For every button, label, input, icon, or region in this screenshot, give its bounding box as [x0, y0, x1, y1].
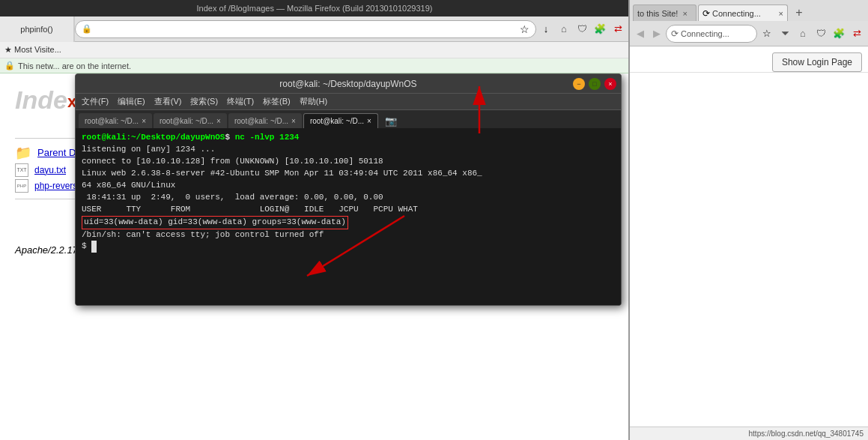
output-line-4: 64 x86_64 GNU/Linux: [82, 180, 615, 192]
show-login-button[interactable]: Show Login Page: [772, 52, 862, 72]
ff-addr-text: Connecting...: [681, 29, 729, 38]
term-tab-3-label: root@kali: ~/D...: [234, 117, 288, 125]
menu-terminal[interactable]: 终端(T): [227, 96, 254, 107]
ff-addr-spinner: ⟳: [671, 28, 679, 39]
terminal-tabs-bar: root@kali: ~/D... × root@kali: ~/D... × …: [76, 110, 621, 128]
term-tab-3[interactable]: root@kali: ~/D... ×: [228, 113, 302, 128]
sync-icon[interactable]: ⇄: [610, 21, 626, 37]
tosite-tab[interactable]: to this Site! ×: [633, 4, 696, 21]
ff-home-btn[interactable]: ⌂: [795, 25, 811, 42]
most-visited-label[interactable]: ★ Most Visite...: [4, 45, 61, 55]
txt-file-icon: TXT: [15, 163, 28, 177]
show-login-container: Show Login Page: [630, 46, 868, 73]
security-bar: 🔒 This netw... are on the internet.: [0, 58, 629, 73]
term-tab-4-close[interactable]: ×: [367, 117, 371, 125]
ff-nav-bar: ◀ ▶ ⟳ Connecting... ☆ ⏷ ⌂ 🛡 🧩 ⇄: [630, 21, 868, 46]
ff-tab-bar: to this Site! × ⟳ Connecting... × +: [630, 0, 868, 21]
tosite-tab-close[interactable]: ×: [682, 9, 687, 18]
ff-ext-btn[interactable]: 🧩: [831, 25, 847, 42]
highlighted-uid-line: uid=33(www-data) gid=33(www-data) groups…: [82, 216, 348, 229]
firefox-title-text: Index of /BlogImages — Mozilla Firefox (…: [197, 4, 433, 13]
output-line-5: 18:41:31 up 2:49, 0 users, load average:…: [82, 192, 615, 204]
output-line-2: connect to [10.10.10.128] from (UNKNOWN)…: [82, 156, 615, 168]
output-line-7-highlighted: uid=33(www-data) gid=33(www-data) groups…: [82, 216, 615, 229]
menu-edit[interactable]: 编辑(E): [118, 96, 145, 107]
connecting-tab-close[interactable]: ×: [779, 9, 783, 18]
phpinfo-tab-text: phpinfo(): [20, 25, 52, 34]
tosite-tab-label: to this Site!: [637, 9, 678, 18]
address-bar-container: 🔒 ☆: [75, 20, 536, 38]
output-line-3: Linux web 2.6.38-8-server #42-Ubuntu SMP…: [82, 168, 615, 180]
menu-labels[interactable]: 标签(B): [263, 96, 291, 107]
status-bar: https://blog.csdn.net/qq_34801745: [630, 427, 868, 440]
shield-icon[interactable]: 🛡: [574, 21, 590, 37]
ff-history-btn[interactable]: ⏷: [777, 25, 793, 42]
home-icon2[interactable]: ⌂: [556, 21, 572, 37]
terminal-window-controls: − □ ×: [573, 78, 616, 90]
connecting-tab-label: Connecting...: [712, 9, 761, 18]
command-text: nc -nlvp 1234: [235, 133, 300, 142]
new-tab-button[interactable]: +: [791, 4, 807, 21]
term-tab-4-active[interactable]: root@kali: ~/D... ×: [303, 113, 378, 128]
term-tab-1[interactable]: root@kali: ~/D... ×: [79, 113, 152, 128]
terminal-close-btn[interactable]: ×: [604, 78, 616, 90]
output-line-1: listening on [any] 1234 ...: [82, 144, 615, 156]
output-line-8: /bin/sh: can't access tty; job control t…: [82, 229, 615, 241]
lock-icon: 🔒: [82, 24, 92, 34]
index-text-gray: Inde: [15, 85, 67, 114]
term-tab-1-close[interactable]: ×: [142, 117, 146, 125]
dayu-txt-link[interactable]: dayu.txt: [34, 165, 66, 175]
puzzle-icon[interactable]: 🧩: [592, 21, 608, 37]
terminal-restore-btn[interactable]: □: [589, 78, 601, 90]
term-tab-2[interactable]: root@kali: ~/D... ×: [154, 113, 227, 128]
term-tab-2-label: root@kali: ~/D...: [160, 117, 213, 125]
parent-dir-icon: 📁: [15, 145, 31, 161]
status-url: https://blog.csdn.net/qq_34801745: [749, 430, 864, 438]
terminal-titlebar: root@kali: ~/Desktop/dayupWnOS − □ ×: [76, 74, 621, 94]
terminal-window: root@kali: ~/Desktop/dayupWnOS − □ × 文件(…: [75, 73, 622, 306]
ff-forward-button[interactable]: ▶: [649, 26, 664, 41]
shield-small-icon: 🔒: [4, 61, 15, 70]
term-tab-1-label: root@kali: ~/D...: [85, 117, 139, 125]
command-hash: $: [225, 133, 234, 142]
terminal-title-text: root@kali: ~/Desktop/dayupWnOS: [279, 79, 416, 89]
right-firefox-panel: to this Site! × ⟳ Connecting... × + ◀ ▶ …: [628, 0, 868, 440]
bookmarks-bar: ★ Most Visite...: [0, 42, 629, 58]
ff-back-button[interactable]: ◀: [633, 26, 648, 41]
menu-file[interactable]: 文件(F): [82, 96, 109, 107]
ff-bookmark-btn[interactable]: ☆: [759, 25, 775, 42]
nav-bar: ◀ ▶ ⟳ ⌂ 🔒 ☆ ↓ ⌂ 🛡 🧩 ⇄: [0, 16, 629, 42]
output-line-9: $: [82, 241, 615, 253]
connecting-tab[interactable]: ⟳ Connecting... ×: [698, 4, 788, 21]
ff-address-bar[interactable]: ⟳ Connecting...: [666, 25, 757, 43]
terminal-cursor: [91, 241, 97, 253]
firefox-titlebar: Index of /BlogImages — Mozilla Firefox (…: [0, 0, 629, 16]
term-tab-3-close[interactable]: ×: [291, 117, 296, 125]
phpinfo-tab-label[interactable]: phpinfo(): [0, 16, 75, 42]
term-tab-2-close[interactable]: ×: [216, 117, 221, 125]
menu-search[interactable]: 搜索(S): [190, 96, 218, 107]
security-text: This netw... are on the internet.: [18, 61, 131, 70]
prompt-text: root@kali:~/Desktop/dayupWnOS: [82, 133, 225, 142]
bookmark-icon[interactable]: ☆: [520, 23, 529, 35]
terminal-camera-btn[interactable]: 📷: [383, 113, 399, 128]
php-file-icon: PHP: [15, 179, 28, 193]
terminal-command-line: root@kali:~/Desktop/dayupWnOS$ nc -nlvp …: [82, 132, 615, 144]
output-line-6: USER TTY FROM LOGIN@ IDLE JCPU PCPU WHAT: [82, 204, 615, 216]
term-tab-4-label: root@kali: ~/D...: [310, 117, 364, 125]
terminal-body: root@kali:~/Desktop/dayupWnOS$ nc -nlvp …: [76, 128, 621, 306]
menu-help[interactable]: 帮助(H): [300, 96, 327, 107]
terminal-minimize-btn[interactable]: −: [573, 78, 585, 90]
ff-sync-btn[interactable]: ⇄: [849, 25, 865, 42]
menu-view[interactable]: 查看(V): [154, 96, 182, 107]
connecting-content: [630, 73, 868, 427]
ff-shield-btn[interactable]: 🛡: [813, 25, 829, 42]
webpage-area: Index of /BlogImages tion 📁 Parent Direc…: [0, 73, 629, 440]
loading-spinner-icon: ⟳: [702, 8, 710, 19]
terminal-menubar: 文件(F) 编辑(E) 查看(V) 搜索(S) 终端(T) 标签(B) 帮助(H…: [76, 94, 621, 110]
downloads-icon[interactable]: ↓: [538, 21, 554, 37]
